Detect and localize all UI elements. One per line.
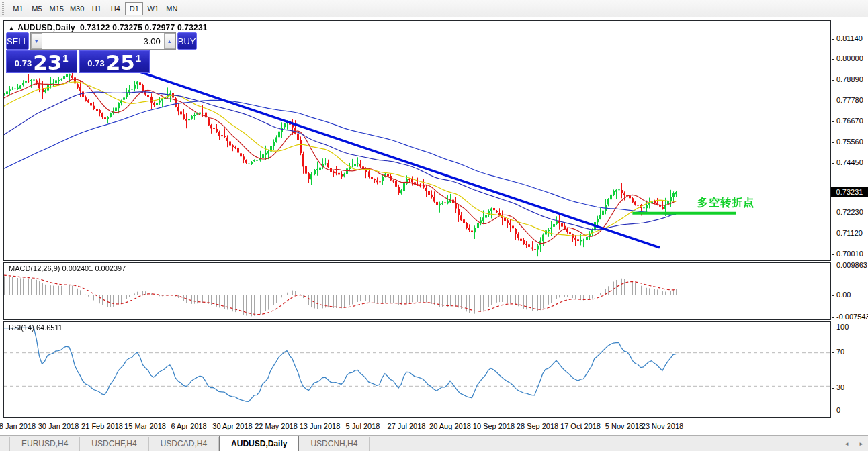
price-tick-label: 0.80000 — [836, 54, 863, 62]
tab-usdcad-h4[interactable]: USDCAD,H4 — [149, 437, 219, 451]
sell-button[interactable]: SELL — [6, 32, 29, 50]
turning-point-annotation: 多空转折点 — [697, 196, 754, 210]
macd-axis-label: -0.007543 — [836, 313, 868, 321]
price-tick-label: 0.74450 — [836, 158, 863, 166]
volume-decrease-icon[interactable]: ▼ — [31, 33, 42, 49]
date-tick-label: 27 Jul 2018 — [383, 422, 430, 430]
tab-usdcnh-h4[interactable]: USDCNH,H4 — [299, 437, 370, 451]
rsi-canvas[interactable] — [4, 322, 830, 417]
date-tick-label: 15 Mar 2018 — [122, 422, 169, 430]
toolbar-grip-icon[interactable] — [1, 2, 5, 15]
chart-title: ▲AUDUSD,Daily 0.73122 0.73275 0.72977 0.… — [9, 23, 208, 32]
price-tick-label: 0.72230 — [836, 208, 863, 216]
date-tick-label: 17 Oct 2018 — [557, 422, 604, 430]
tab-eurusd-h4[interactable]: EURUSD,H4 — [9, 437, 80, 451]
rsi-label: RSI(14) 64.6511 — [9, 323, 62, 332]
tf-button-d1[interactable]: D1 — [125, 2, 143, 15]
price-tick-label: 0.71120 — [836, 229, 863, 237]
date-tick-label: 30 Jan 2018 — [35, 422, 82, 430]
tf-button-h1[interactable]: H1 — [87, 2, 105, 15]
volume-stepper: ▼ ▲ — [30, 32, 176, 50]
scroll-right-icon[interactable]: ► — [859, 441, 864, 447]
date-tick-label: 6 Apr 2018 — [165, 422, 212, 430]
tf-button-w1[interactable]: W1 — [144, 2, 162, 15]
tf-button-h4[interactable]: H4 — [106, 2, 124, 15]
tab-usdchf-h4[interactable]: USDCHF,H4 — [80, 437, 148, 451]
date-axis[interactable]: 8 Jan 2018 30 Jan 2018 21 Feb 2018 15 Ma… — [0, 418, 831, 435]
rsi-panel: RSI(14) 64.6511 — [3, 321, 831, 418]
chart-symbol-label: AUDUSD,Daily — [17, 23, 75, 32]
tf-button-m15[interactable]: M15 — [47, 2, 67, 15]
macd-panel: MACD(12,26,9) 0.002401 0.002397 — [3, 262, 831, 320]
sell-price-pip: 1 — [62, 52, 68, 64]
macd-axis-label: 0.009863 — [836, 261, 867, 269]
date-tick-label: 28 Sep 2018 — [514, 422, 561, 430]
sell-price-button[interactable]: 0.73 23 1 — [6, 50, 77, 73]
sell-price-prefix: 0.73 — [15, 58, 32, 68]
toolbar-separator — [187, 1, 187, 16]
price-tick-label: 0.77780 — [836, 96, 863, 104]
price-scale[interactable]: 0.81140 0.80000 0.78890 0.77780 0.76670 … — [831, 17, 868, 435]
price-tick-label: 0.75560 — [836, 138, 863, 146]
timeframe-toolbar: M1 M5 M15 M30 H1 H4 D1 W1 MN — [0, 0, 868, 17]
buy-price-big: 25 — [106, 54, 135, 71]
sell-price-big: 23 — [33, 54, 62, 71]
date-tick-label: 30 Apr 2018 — [209, 422, 256, 430]
buy-price-prefix: 0.73 — [87, 58, 104, 68]
rsi-axis-label: 0 — [836, 406, 840, 414]
macd-label: MACD(12,26,9) 0.002401 0.002397 — [9, 264, 126, 272]
price-tick-label: 0.70010 — [836, 250, 863, 258]
macd-canvas[interactable] — [4, 263, 830, 319]
date-tick-label: 5 Jul 2018 — [339, 422, 386, 430]
tab-scroll-arrows: ◄ ► — [836, 441, 864, 447]
date-tick-label: 22 May 2018 — [253, 422, 300, 430]
buy-price-button[interactable]: 0.73 25 1 — [79, 50, 150, 73]
scroll-left-icon[interactable]: ◄ — [844, 441, 849, 447]
date-tick-label: 13 Jun 2018 — [296, 422, 343, 430]
chart-window: ▲AUDUSD,Daily 0.73122 0.73275 0.72977 0.… — [0, 17, 868, 435]
tf-button-m5[interactable]: M5 — [28, 2, 46, 15]
collapse-triangle-icon[interactable]: ▲ — [9, 25, 14, 31]
price-tick-label: 0.76670 — [836, 117, 863, 125]
price-tick-label: 0.81140 — [836, 34, 863, 42]
one-click-trade-panel: SELL ▼ ▲ BUY 0.73 23 1 0.73 — [6, 32, 150, 73]
rsi-axis-label: 100 — [836, 323, 849, 331]
price-tick-label: 0.78890 — [836, 75, 863, 83]
current-price-badge: 0.73231 — [831, 187, 868, 197]
rsi-axis-label: 70 — [836, 348, 844, 356]
date-tick-label: 21 Feb 2018 — [79, 422, 126, 430]
tf-button-m30[interactable]: M30 — [67, 2, 87, 15]
macd-axis-label: 0.00 — [836, 291, 851, 299]
tf-button-m1[interactable]: M1 — [9, 2, 28, 15]
tf-button-mn[interactable]: MN — [163, 2, 181, 15]
volume-input[interactable] — [42, 33, 164, 49]
buy-button[interactable]: BUY — [177, 32, 197, 50]
date-tick-label: 23 Nov 2018 — [639, 422, 686, 430]
chart-tab-bar: EURUSD,H4 USDCHF,H4 USDCAD,H4 AUDUSD,Dai… — [0, 435, 868, 451]
date-tick-label: 20 Aug 2018 — [427, 422, 474, 430]
main-chart-panel: ▲AUDUSD,Daily 0.73122 0.73275 0.72977 0.… — [3, 20, 831, 261]
rsi-axis-label: 30 — [836, 383, 844, 391]
volume-increase-icon[interactable]: ▲ — [164, 33, 175, 49]
mt4-window: M1 M5 M15 M30 H1 H4 D1 W1 MN ▲AUDUSD,Dai… — [0, 0, 868, 451]
tab-audusd-daily[interactable]: AUDUSD,Daily — [219, 436, 299, 451]
date-tick-label: 10 Sep 2018 — [470, 422, 517, 430]
chart-ohlc-values: 0.73122 0.73275 0.72977 0.73231 — [80, 23, 208, 32]
buy-price-pip: 1 — [136, 52, 141, 64]
